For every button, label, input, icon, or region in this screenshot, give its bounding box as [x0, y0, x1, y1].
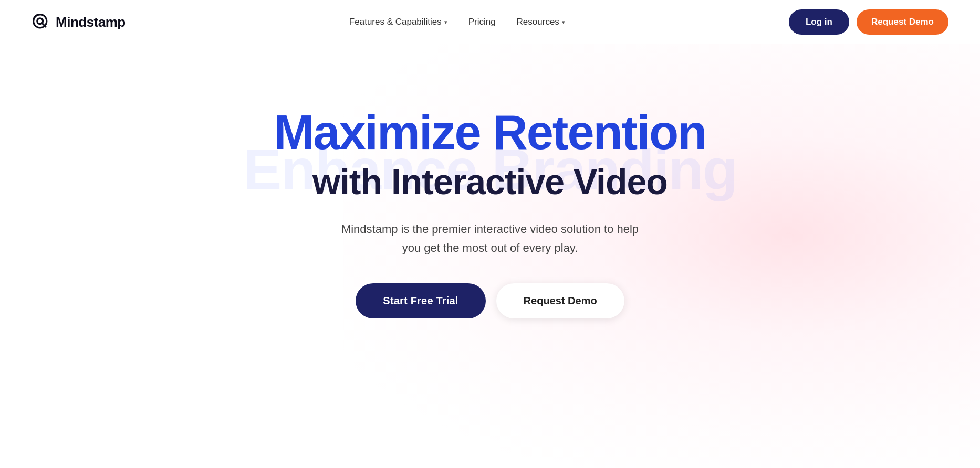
- chevron-down-icon: ▾: [444, 19, 447, 26]
- start-trial-button[interactable]: Start Free Trial: [356, 283, 485, 318]
- request-demo-nav-button[interactable]: Request Demo: [857, 9, 948, 35]
- request-demo-hero-button[interactable]: Request Demo: [496, 283, 624, 318]
- logo-icon: [32, 13, 50, 31]
- nav-item-resources[interactable]: Resources ▾: [517, 17, 565, 27]
- hero-title-main: Maximize Retention: [274, 107, 706, 158]
- logo-link[interactable]: Mindstamp: [32, 13, 126, 31]
- hero-title-sub: with Interactive Video: [274, 162, 706, 201]
- chevron-down-icon-2: ▾: [562, 19, 565, 26]
- nav-links: Features & Capabilities ▾ Pricing Resour…: [349, 17, 565, 27]
- hero-section: Enhance Branding Maximize Retention with…: [0, 44, 980, 360]
- nav-link-pricing[interactable]: Pricing: [468, 17, 496, 27]
- page-wrapper: Mindstamp Features & Capabilities ▾ Pric…: [0, 0, 980, 468]
- hero-description: Mindstamp is the premier interactive vid…: [332, 220, 648, 257]
- login-button[interactable]: Log in: [789, 9, 849, 35]
- hero-buttons: Start Free Trial Request Demo: [274, 283, 706, 318]
- nav-actions: Log in Request Demo: [789, 9, 948, 35]
- nav-item-features[interactable]: Features & Capabilities ▾: [349, 17, 447, 27]
- hero-content: Maximize Retention with Interactive Vide…: [274, 107, 706, 318]
- navbar: Mindstamp Features & Capabilities ▾ Pric…: [0, 0, 980, 44]
- nav-link-resources[interactable]: Resources ▾: [517, 17, 565, 27]
- nav-item-pricing[interactable]: Pricing: [468, 17, 496, 27]
- logo-text: Mindstamp: [56, 14, 126, 30]
- nav-link-features[interactable]: Features & Capabilities ▾: [349, 17, 447, 27]
